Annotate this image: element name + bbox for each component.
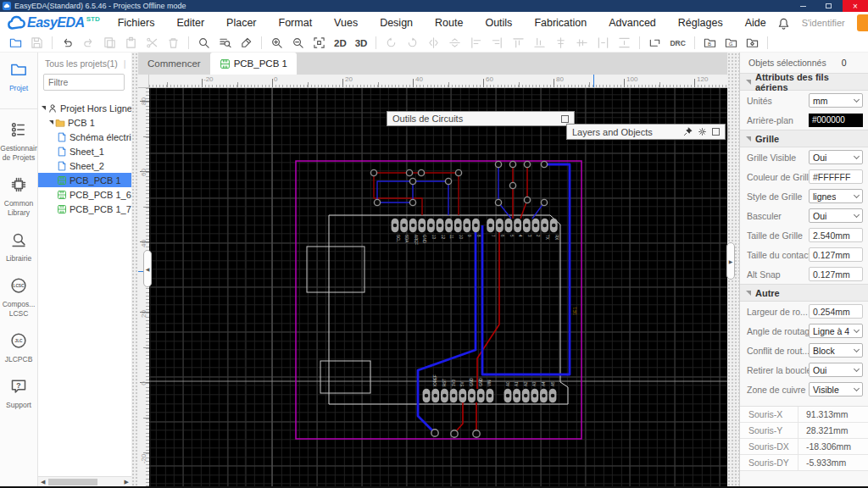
svg-text:A3: A3 [532, 381, 537, 386]
section-header-grille[interactable]: Grille [740, 130, 868, 147]
tree-item-projet-hors-ligne[interactable]: Projet Hors Ligne [38, 101, 131, 115]
signin-link[interactable]: S'identifier [802, 18, 845, 28]
property-row: Largeur de ro...0.254mm [740, 302, 868, 321]
tree-item-pcb-pcb-1[interactable]: PCB_PCB 1 [38, 173, 131, 187]
cut-icon [142, 35, 163, 52]
zoom-fit-icon[interactable] [309, 35, 330, 52]
property-label: Retirer la boucle [747, 365, 809, 375]
layers-objects-panel[interactable]: Layers and Objects [566, 124, 726, 140]
sidebar-item-librairie[interactable]: Librairie [0, 231, 37, 263]
sidebar-item-lcsc[interactable]: LCSCCompos...LCSC [0, 277, 37, 319]
hruler-label: 40 [415, 75, 423, 83]
sidebar-item-projet[interactable]: Projet [0, 61, 37, 93]
save-button[interactable]: Enregistrer [857, 14, 868, 31]
filter-input[interactable] [43, 74, 125, 91]
undo-icon[interactable] [57, 35, 78, 52]
svg-text:RX: RX [554, 235, 559, 240]
dropdown-zone-de-cuivre[interactable]: Visible [809, 382, 863, 396]
expand-arrow-icon[interactable] [42, 106, 46, 110]
dropdown-conflit-de-rout-[interactable]: Block [809, 343, 863, 358]
sidebar-item-jlcpcb[interactable]: JLCJLCPCB [0, 332, 37, 364]
zoom-in-icon[interactable] [266, 35, 287, 52]
clean-icon[interactable] [236, 35, 257, 52]
open-project-icon[interactable] [5, 35, 26, 52]
search-icon[interactable] [193, 35, 214, 52]
circuit-tools-panel[interactable]: Outils de Circuits [387, 111, 575, 126]
collapse-left-panel-handle[interactable]: ◀ [143, 250, 152, 287]
sidebar-item-common-library[interactable]: CommonLibrary [0, 176, 37, 218]
board-outline-icon[interactable] [644, 35, 665, 52]
menu-item-outils[interactable]: Outils [474, 12, 523, 34]
close-button[interactable]: × [843, 0, 868, 12]
view-3d-button[interactable]: 3D [351, 35, 372, 52]
pcb-canvas[interactable]: SCLSDAAREFGND1312111098765432TXRXIOREFRS… [149, 88, 727, 486]
hruler-label: 20 [345, 75, 353, 83]
menu-item-fabrication[interactable]: Fabrication [523, 12, 598, 34]
tree-item-sheet-2[interactable]: Sheet_2 [38, 158, 131, 173]
tree-item-pcb-pcb-1-6[interactable]: PCB_PCB 1_6 [38, 187, 131, 202]
input-alt-snap[interactable]: 0.127mm [809, 267, 863, 281]
sidebar-item-support[interactable]: ?Support [0, 378, 37, 410]
svg-text:3V3: 3V3 [452, 379, 456, 386]
menu-item-route[interactable]: Route [424, 12, 474, 34]
vruler-label: 0 [140, 379, 147, 389]
dropdown-retirer-la-boucle[interactable]: Oui [809, 363, 863, 377]
menu-item-advanced[interactable]: Advanced [598, 12, 667, 34]
gerber-folder-icon[interactable]: G [721, 35, 742, 52]
background-color-swatch[interactable]: #000000 [809, 114, 863, 127]
hruler-label: 80 [556, 75, 564, 83]
dropdown-unit-s[interactable]: mm [809, 93, 863, 108]
tab-commencer[interactable]: Commencer [138, 53, 210, 75]
restore-icon[interactable] [561, 115, 569, 123]
hscrollbar-thumb[interactable] [48, 479, 97, 485]
menu-item-aide[interactable]: Aide [734, 12, 777, 34]
drc-button[interactable]: DRC [665, 35, 689, 52]
distribute-v-icon [614, 35, 635, 52]
maximize-button[interactable] [817, 0, 839, 12]
expand-arrow-icon[interactable] [49, 120, 53, 125]
menu-item-editer[interactable]: Editer [165, 12, 215, 34]
input-taille-de-grille[interactable]: 2.540mm [809, 228, 863, 242]
toolbar-separator [52, 36, 53, 49]
section-header-autre[interactable]: Autre [740, 284, 868, 302]
mouse-row-souris-dy: Souris-DY-5.933mm [740, 455, 868, 471]
property-label: Taille de Grille [747, 230, 809, 241]
tree-item-pcb-1[interactable]: PCB 1 [38, 115, 131, 130]
mouse-row-label: Souris-DX [740, 439, 798, 454]
bom-folder-icon[interactable]: B [699, 35, 721, 52]
svg-text:GND: GND [422, 235, 426, 244]
restore-icon[interactable] [712, 128, 720, 136]
input-largeur-de-ro-[interactable]: 0.254mm [809, 304, 863, 319]
tree-item-sheet-1[interactable]: Sheet_1 [38, 144, 131, 158]
minimize-button[interactable] [792, 0, 814, 12]
tab-pcb-pcb-1[interactable]: PCB_PCB 1 [210, 53, 297, 75]
menu-item-fichiers[interactable]: Fichiers [107, 12, 166, 34]
menu-item-format[interactable]: Format [268, 12, 324, 34]
dropdown-basculer[interactable]: Oui [809, 208, 863, 223]
tree-item-sch-ma-lectrique[interactable]: Schéma électrique [38, 130, 131, 144]
menu-item-placer[interactable]: Placer [215, 12, 267, 34]
zoom-out-icon[interactable] [287, 35, 309, 52]
dropdown-angle-de-routage[interactable]: Ligne à 4 [809, 324, 863, 338]
find-component-icon[interactable] [214, 35, 236, 52]
menu-item-vues[interactable]: Vues [323, 12, 369, 34]
gear-icon[interactable] [698, 127, 707, 136]
view-2d-button[interactable]: 2D [330, 35, 351, 52]
dropdown-style-de-grille[interactable]: lignes [809, 189, 863, 203]
folder-icon [10, 61, 27, 81]
input-taille-du-contact[interactable]: 0.127mm [809, 247, 863, 262]
pin-icon[interactable] [683, 127, 693, 136]
project-panel-hscrollbar[interactable]: ◀ ▶ [38, 476, 131, 486]
menu-item-design[interactable]: Design [369, 12, 424, 34]
collapse-right-panel-handle[interactable]: ▶ [726, 242, 735, 280]
section-header-attributs-des-fils-a-riens[interactable]: Attributs des fils aériens [740, 73, 868, 91]
notifications-bell-icon[interactable] [777, 17, 790, 30]
sidebar-item-gestionnaire[interactable]: Gestionnairde Projets [0, 121, 37, 163]
input-couleur-de-grille[interactable]: #FFFFFF [809, 169, 863, 184]
menu-item-r-glages[interactable]: Réglages [667, 12, 734, 34]
tree-item-pcb-pcb-1-7[interactable]: PCB_PCB 1_7 [38, 202, 131, 216]
all-projects-label[interactable]: Tous les projets(1) [45, 58, 118, 69]
dropdown-grille-visible[interactable]: Oui [809, 150, 863, 164]
export-folder-icon[interactable] [742, 35, 763, 52]
sheet-icon [57, 147, 67, 157]
